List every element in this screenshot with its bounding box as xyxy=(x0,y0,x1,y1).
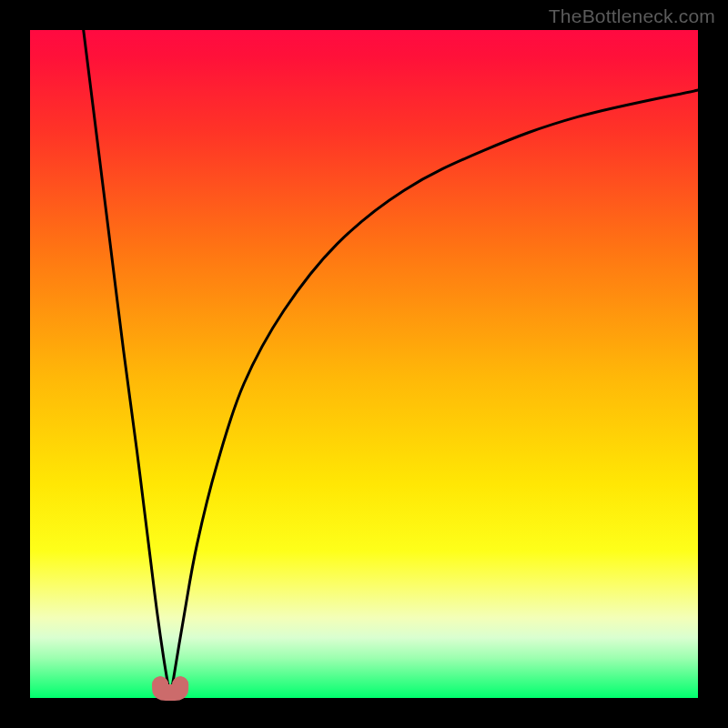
bottleneck-curve xyxy=(30,30,698,698)
min-marker-u xyxy=(160,684,180,693)
watermark-text: TheBottleneck.com xyxy=(549,5,715,27)
plot-area xyxy=(30,30,698,698)
min-marker xyxy=(152,676,188,693)
chart-frame: TheBottleneck.com xyxy=(0,0,728,728)
curve-path xyxy=(84,30,698,698)
